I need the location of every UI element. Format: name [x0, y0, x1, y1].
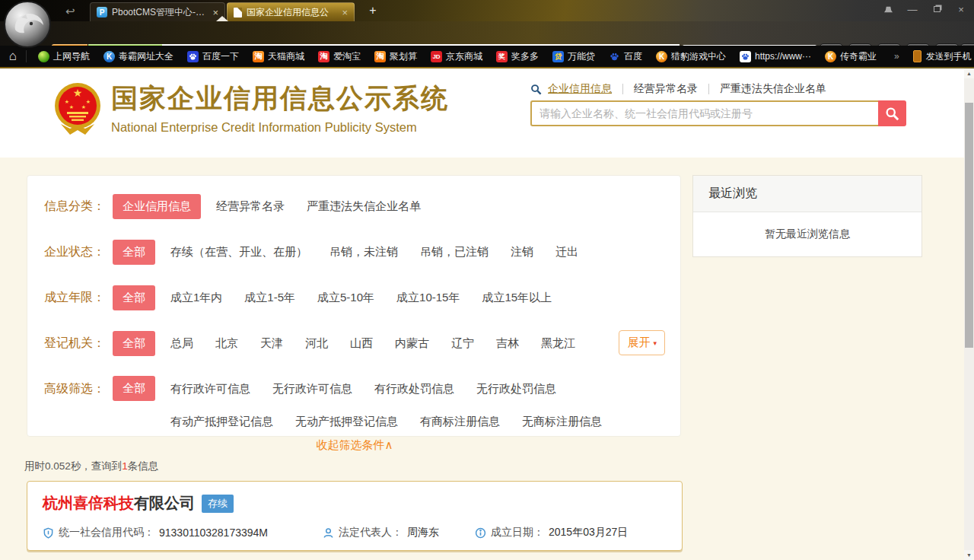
filter-option[interactable]: 无行政许可信息 — [272, 382, 352, 396]
page-scrollbar[interactable]: ▲ ▼ — [964, 68, 974, 560]
bookmark-chuanqi-baye[interactable]: K 传奇霸业 — [818, 50, 883, 63]
result-title-row: 杭州喜倍科技有限公司 存续 — [43, 493, 682, 514]
cheetah-browser-logo[interactable] — [4, 1, 51, 48]
filter-option[interactable]: 成立10-15年 — [396, 291, 460, 305]
filter-row-registration-authority: 登记机关： 全部 总局 北京 天津 河北 山西 内蒙古 辽宁 吉林 黑龙江 展开… — [44, 320, 680, 366]
filter-option[interactable]: 有行政许可信息 — [170, 382, 250, 396]
minimize-button[interactable]: — — [904, 2, 921, 16]
restore-button[interactable] — [928, 2, 945, 16]
filter-option[interactable]: 辽宁 — [451, 336, 474, 351]
tao-icon: 淘 — [374, 51, 386, 62]
filter-option[interactable]: 存续（在营、开业、在册） — [170, 245, 307, 259]
company-name-rest[interactable]: 有限公司 — [134, 495, 195, 511]
filter-option[interactable]: 严重违法失信企业名单 — [307, 199, 421, 214]
filter-option[interactable]: 成立5-10年 — [317, 291, 374, 305]
filter-option[interactable]: 河北 — [305, 336, 328, 351]
nav-serious-violations[interactable]: 严重违法失信企业名单 — [709, 82, 837, 96]
scrollbar-thumb[interactable] — [965, 103, 973, 348]
header-nav: 企业信用信息 经营异常名录 严重违法失信企业名单 — [530, 82, 837, 96]
home-icon[interactable]: ⌂ — [0, 49, 26, 64]
site-header: ★ ★ ★ ★ ★ 国家企业信用信息公示系统 National Enterpri… — [0, 68, 965, 158]
filter-panel: 信息分类： 企业信用信息 经营异常名录 严重违法失信企业名单 企业状态： 全部 … — [27, 175, 681, 437]
nav-enterprise-credit[interactable]: 企业信用信息 — [548, 82, 622, 96]
bookmarks-bar: ⌂ 上网导航 K 毒霸网址大全 百度一下 淘 天猫商城 淘 爱淘宝 淘 聚划算 … — [0, 46, 974, 67]
filter-option[interactable]: 吊销，已注销 — [420, 245, 489, 259]
bookmark-tmall[interactable]: 淘 天猫商城 — [246, 50, 311, 63]
document-favicon — [234, 8, 242, 18]
filter-option[interactable]: 成立1-5年 — [244, 291, 295, 305]
filter-option[interactable]: 无动产抵押登记信息 — [295, 415, 398, 429]
scrollbar-down-arrow[interactable]: ▼ — [964, 550, 974, 560]
enterprise-search-input[interactable] — [530, 100, 878, 126]
new-tab-button[interactable]: + — [364, 3, 382, 19]
bookmark-aitaobao[interactable]: 淘 爱淘宝 — [311, 50, 368, 63]
filter-row-enterprise-status: 企业状态： 全部 存续（在营、开业、在册） 吊销，未注销 吊销，已注销 注销 迁… — [44, 229, 680, 275]
filter-option[interactable]: 迁出 — [555, 245, 578, 259]
phone-icon — [913, 50, 921, 62]
filter-option[interactable]: 山西 — [350, 336, 373, 351]
k-orange-icon: K — [656, 51, 667, 62]
filter-option[interactable]: 总局 — [170, 336, 193, 351]
result-card[interactable]: 杭州喜倍科技有限公司 存续 统一社会信用代码： 9133011032817339… — [27, 481, 683, 551]
skin-hat-icon[interactable] — [880, 2, 896, 16]
recently-viewed-panel: 最近浏览 暂无最近浏览信息 — [692, 175, 922, 257]
bookmark-jd[interactable]: JD 京东商城 — [424, 50, 489, 63]
filter-option[interactable]: 有行政处罚信息 — [374, 382, 454, 396]
browser-tab-gsxt-active[interactable]: 国家企业信用信息公 × — [227, 2, 355, 21]
filter-option[interactable]: 北京 — [215, 336, 238, 351]
bookmark-duba-wangzhi[interactable]: K 毒霸网址大全 — [97, 50, 180, 63]
filter-option[interactable]: 注销 — [511, 245, 533, 259]
scrollbar-up-arrow[interactable]: ▲ — [964, 68, 974, 78]
filter-option[interactable]: 无行政处罚信息 — [476, 382, 556, 396]
filter-option[interactable]: 内蒙古 — [395, 336, 429, 351]
bookmark-jiangduoduo[interactable]: 奖 奖多多 — [489, 50, 546, 63]
tao-icon: 淘 — [318, 51, 329, 62]
filter-chip-selected[interactable]: 全部 — [113, 285, 155, 310]
filter-chip-selected[interactable]: 全部 — [113, 240, 155, 265]
bookmarks-overflow-icon[interactable]: » — [894, 51, 899, 62]
tab-close-icon[interactable]: × — [342, 7, 348, 18]
recently-viewed-title: 最近浏览 — [693, 176, 921, 212]
filter-chip-selected[interactable]: 全部 — [113, 376, 155, 401]
filter-option[interactable]: 经营异常名录 — [216, 199, 285, 214]
established-date-label: 成立日期： — [491, 526, 544, 539]
dai-icon: 贷 — [552, 51, 564, 62]
collapse-filters-link[interactable]: 收起筛选条件∧ — [27, 438, 683, 453]
bookmark-baidu-yixia[interactable]: 百度一下 — [180, 50, 246, 63]
result-count: 1 — [122, 460, 128, 472]
filter-option[interactable]: 有动产抵押登记信息 — [170, 415, 273, 429]
company-name-highlight[interactable]: 杭州喜倍科技 — [43, 495, 134, 511]
filter-option[interactable]: 吊销，未注销 — [329, 245, 398, 259]
result-details-row: 统一社会信用代码： 91330110328173394M 法定代表人： 周海东 … — [43, 526, 682, 539]
browser-tab-pbootcms[interactable]: P PbootCMS管理中心-V··· × — [90, 2, 225, 21]
bookmark-baidu[interactable]: 百度 — [602, 50, 649, 63]
expand-button[interactable]: 展开 ▾ — [619, 330, 665, 355]
bookmark-https-link[interactable]: https://www··· — [733, 51, 818, 62]
filter-option[interactable]: 天津 — [260, 336, 283, 351]
svg-text:★: ★ — [86, 99, 91, 104]
bookmark-wannengdai[interactable]: 贷 万能贷 — [546, 50, 602, 63]
search-submit-button[interactable] — [878, 100, 906, 126]
bookmark-liebao-game[interactable]: K 猎豹游戏中心 — [649, 50, 733, 63]
pbootcms-favicon: P — [97, 7, 107, 18]
jd-icon: JD — [431, 51, 442, 62]
nav-abnormal-operations[interactable]: 经营异常名录 — [623, 82, 708, 96]
close-window-button[interactable]: × — [953, 2, 969, 16]
filter-option[interactable]: 无商标注册信息 — [522, 415, 602, 429]
filter-option[interactable]: 吉林 — [496, 336, 519, 351]
filter-option[interactable]: 成立1年内 — [170, 291, 222, 305]
window-controls: — × — [880, 2, 969, 16]
filter-option[interactable]: 有商标注册信息 — [420, 415, 500, 429]
divider — [26, 50, 27, 62]
recently-viewed-empty-text: 暂无最近浏览信息 — [693, 212, 921, 256]
filter-option[interactable]: 黑龙江 — [541, 336, 575, 351]
browser-chrome: ↩ P PbootCMS管理中心-V··· × 国家企业信用信息公 × + — … — [0, 0, 974, 68]
header-search — [530, 100, 906, 126]
bookmark-shangwang-daohang[interactable]: 上网导航 — [31, 50, 97, 63]
filter-option[interactable]: 成立15年以上 — [482, 291, 552, 305]
filter-chip-selected[interactable]: 企业信用信息 — [113, 194, 201, 219]
send-to-phone-button[interactable]: 发送到手机 — [913, 50, 972, 63]
filter-chip-selected[interactable]: 全部 — [113, 331, 155, 356]
bookmark-juhuasuan[interactable]: 淘 聚划算 — [368, 50, 424, 63]
tab-bar-back-icon[interactable]: ↩ — [65, 5, 75, 18]
